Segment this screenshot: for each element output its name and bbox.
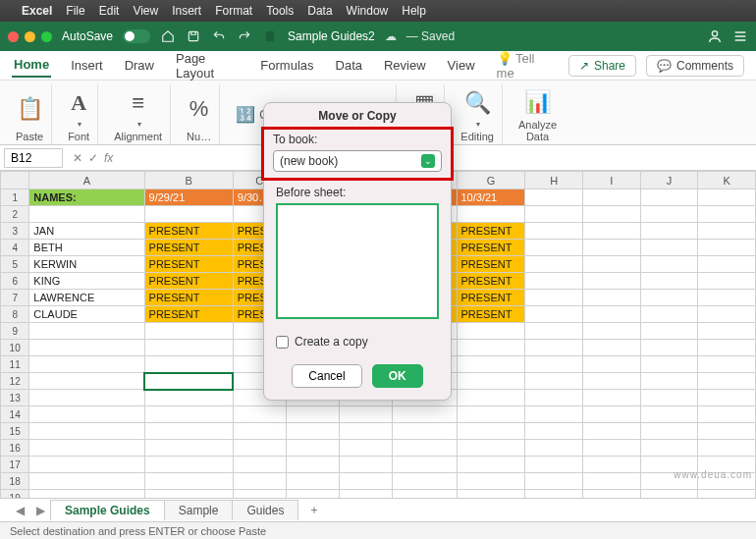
row-header[interactable]: 4 — [1, 240, 29, 256]
cell[interactable]: PRESENT — [144, 223, 233, 240]
create-copy-checkbox[interactable] — [276, 336, 289, 349]
cell[interactable] — [29, 457, 144, 473]
cell[interactable] — [583, 390, 641, 406]
cell[interactable]: BETH — [29, 240, 144, 256]
cell[interactable] — [144, 206, 233, 223]
cell[interactable] — [583, 473, 641, 490]
col-header[interactable]: J — [640, 172, 698, 189]
row-header[interactable]: 2 — [1, 206, 29, 223]
font-icon[interactable]: A — [71, 90, 86, 116]
tab-home[interactable]: Home — [12, 53, 51, 78]
cell[interactable] — [525, 256, 583, 273]
redo-icon[interactable] — [237, 28, 252, 44]
cell[interactable] — [29, 340, 144, 356]
cell[interactable] — [525, 356, 583, 373]
home-icon[interactable] — [160, 28, 176, 44]
row-header[interactable]: 18 — [1, 473, 29, 490]
cell[interactable] — [698, 240, 756, 256]
user-icon[interactable] — [707, 28, 723, 44]
cell[interactable] — [340, 490, 393, 499]
cell[interactable] — [393, 406, 457, 423]
row-header[interactable]: 11 — [1, 356, 29, 373]
cell[interactable] — [640, 273, 698, 290]
cell[interactable] — [640, 240, 698, 256]
cell[interactable] — [29, 390, 144, 406]
cell[interactable] — [233, 423, 286, 440]
accept-formula-icon[interactable]: ✓ — [88, 151, 98, 165]
cell[interactable] — [144, 440, 233, 457]
cell[interactable]: PRESENT — [144, 273, 233, 290]
save-icon[interactable] — [186, 28, 201, 44]
sheet-nav-prev-icon[interactable]: ◀ — [10, 504, 30, 517]
cell[interactable] — [698, 373, 756, 390]
cell[interactable] — [583, 323, 641, 340]
cell[interactable] — [698, 306, 756, 323]
cell[interactable] — [233, 490, 286, 499]
cell[interactable] — [525, 423, 583, 440]
cell[interactable] — [340, 457, 393, 473]
cell[interactable] — [640, 356, 698, 373]
cell[interactable] — [525, 406, 583, 423]
cell[interactable] — [457, 423, 525, 440]
cell[interactable] — [457, 340, 525, 356]
cell[interactable] — [457, 490, 525, 499]
name-box[interactable] — [4, 148, 63, 168]
cell[interactable] — [29, 406, 144, 423]
cell[interactable] — [457, 323, 525, 340]
menu-view[interactable]: View — [133, 4, 158, 18]
cell[interactable] — [29, 423, 144, 440]
cell[interactable]: PRESENT — [457, 306, 525, 323]
cell[interactable] — [144, 373, 233, 390]
cell[interactable] — [583, 206, 641, 223]
cell[interactable] — [583, 373, 641, 390]
cell[interactable] — [525, 473, 583, 490]
cell[interactable] — [583, 356, 641, 373]
cell[interactable]: PRESENT — [144, 290, 233, 306]
cell[interactable] — [525, 490, 583, 499]
cell[interactable] — [640, 256, 698, 273]
maximize-icon[interactable] — [41, 31, 52, 42]
cell[interactable] — [525, 189, 583, 206]
cell[interactable]: CLAUDE — [29, 306, 144, 323]
cell[interactable] — [698, 440, 756, 457]
cell[interactable]: PRESENT — [457, 256, 525, 273]
cell[interactable] — [583, 290, 641, 306]
cell[interactable] — [457, 457, 525, 473]
col-header[interactable]: A — [29, 172, 144, 189]
row-header[interactable]: 19 — [1, 490, 29, 499]
cell[interactable] — [698, 223, 756, 240]
menu-excel[interactable]: Excel — [22, 4, 52, 18]
menu-data[interactable]: Data — [307, 4, 332, 18]
cell[interactable] — [583, 340, 641, 356]
sheet-tab-active[interactable]: Sample Guides — [50, 500, 165, 520]
cell[interactable] — [144, 340, 233, 356]
cell[interactable] — [698, 290, 756, 306]
cell[interactable] — [583, 256, 641, 273]
cell[interactable] — [640, 423, 698, 440]
cell[interactable] — [698, 340, 756, 356]
add-sheet-button[interactable]: ＋ — [298, 499, 330, 521]
editing-icon[interactable]: 🔍 — [464, 90, 491, 116]
chevron-down-icon[interactable]: ▾ — [476, 120, 480, 129]
cell[interactable] — [29, 373, 144, 390]
cell[interactable] — [144, 423, 233, 440]
cell[interactable] — [640, 206, 698, 223]
cell[interactable]: KING — [29, 273, 144, 290]
cell[interactable]: PRESENT — [457, 223, 525, 240]
cell[interactable]: PRESENT — [457, 273, 525, 290]
file-name[interactable]: Sample Guides2 — [288, 29, 375, 43]
tab-tell-me[interactable]: 💡 Tell me — [495, 47, 551, 84]
cell[interactable]: PRESENT — [144, 240, 233, 256]
col-header[interactable]: I — [583, 172, 641, 189]
group-analyze[interactable]: 📊 Analyze Data — [511, 84, 565, 144]
cell[interactable] — [698, 273, 756, 290]
cell[interactable] — [286, 423, 339, 440]
cell[interactable] — [340, 406, 393, 423]
before-sheet-listbox[interactable] — [276, 203, 439, 319]
cell[interactable] — [698, 390, 756, 406]
menu-tools[interactable]: Tools — [266, 4, 294, 18]
cell[interactable]: KERWIN — [29, 256, 144, 273]
cell[interactable] — [29, 473, 144, 490]
cell[interactable] — [233, 406, 286, 423]
row-header[interactable]: 10 — [1, 340, 29, 356]
